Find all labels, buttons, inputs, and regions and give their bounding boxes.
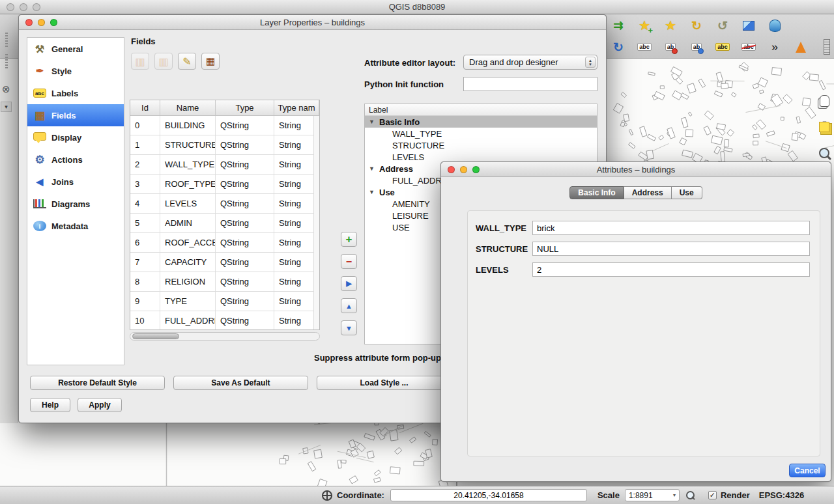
plus-button[interactable]	[341, 232, 357, 247]
scrollbar-thumb[interactable]	[132, 333, 179, 339]
table-row[interactable]: 6ROOF_ACCESQStringString	[130, 233, 319, 253]
sidebar-item-style[interactable]: Style	[27, 60, 124, 82]
table-row[interactable]: 4LEVELSQStringString	[130, 194, 319, 214]
disclosure-triangle-icon[interactable]	[369, 189, 375, 195]
new-column-button[interactable]	[131, 53, 149, 70]
save-as-default-button[interactable]: Save As Default	[173, 376, 308, 390]
highlight-labels-icon[interactable]	[714, 38, 731, 55]
sidebar-item-metadata[interactable]: Metadata	[27, 215, 124, 237]
zoom-window-icon[interactable]	[50, 19, 57, 26]
new-bookmark-icon[interactable]	[636, 17, 653, 34]
sidebar-item-joins[interactable]: Joins	[27, 171, 124, 193]
close-panel-icon[interactable]	[2, 83, 10, 95]
toolbar-drag-handle[interactable]	[5, 54, 8, 68]
toolbar-drag-handle[interactable]	[5, 33, 8, 47]
sticky-note-icon[interactable]	[816, 119, 833, 135]
sidebar-item-fields[interactable]: Fields	[27, 104, 124, 126]
toggle-editing-button[interactable]	[178, 53, 196, 70]
structure-field[interactable]	[532, 242, 810, 256]
dialog-titlebar[interactable]: Layer Properties – buildings	[19, 15, 606, 30]
tab-use[interactable]: Use	[672, 186, 702, 199]
hand-icon[interactable]	[816, 92, 833, 109]
magnifier-icon[interactable]	[685, 490, 697, 501]
cancel-button[interactable]: Cancel	[789, 464, 826, 477]
table-row[interactable]: 0BUILDINGQStringString	[130, 116, 319, 135]
strike-labels-icon[interactable]	[740, 38, 757, 55]
tree-item-basic-info[interactable]: Basic Info	[365, 116, 597, 128]
column-header[interactable]: Type	[216, 100, 274, 115]
close-window-icon[interactable]	[7, 3, 14, 11]
move-feature-icon[interactable]	[610, 17, 627, 34]
refresh-yellow-icon[interactable]	[688, 17, 705, 34]
apply-button[interactable]: Apply	[78, 398, 122, 412]
overflow-chevron-icon[interactable]	[766, 38, 783, 55]
wall-type-field[interactable]	[532, 221, 810, 235]
minimize-window-icon[interactable]	[38, 19, 45, 26]
sidebar-item-actions[interactable]: Actions	[27, 148, 124, 171]
horizontal-scrollbar[interactable]	[130, 332, 320, 341]
ruler-icon[interactable]	[818, 38, 834, 55]
restore-default-style-button[interactable]: Restore Default Style	[30, 376, 165, 390]
cone-icon[interactable]	[792, 38, 809, 55]
help-button[interactable]: Help	[30, 398, 70, 412]
table-cell: String	[274, 214, 319, 232]
delete-column-button[interactable]	[154, 53, 173, 70]
zoom-last-icon[interactable]	[714, 17, 731, 34]
sidebar-item-display[interactable]: Display	[27, 126, 124, 148]
db-manager-icon[interactable]	[766, 17, 783, 34]
levels-field[interactable]	[532, 262, 810, 277]
tree-column-header[interactable]: Label	[365, 104, 597, 116]
zoom-window-icon[interactable]	[472, 166, 480, 173]
minus-button[interactable]	[341, 254, 357, 269]
select-rectangle-icon[interactable]	[740, 17, 757, 34]
arrow-right-button[interactable]	[341, 276, 357, 291]
show-bookmarks-icon[interactable]	[662, 17, 679, 34]
move-label-icon[interactable]	[688, 38, 705, 55]
column-header[interactable]: Name	[160, 100, 216, 115]
table-row[interactable]: 9TYPEQStringString	[130, 292, 319, 311]
redraw-icon[interactable]	[610, 38, 627, 55]
column-header[interactable]: Id	[130, 100, 160, 115]
app-title: QGIS d8b8089	[0, 2, 834, 12]
table-row[interactable]: 10FULL_ADDREQStringString	[130, 311, 319, 330]
load-style-button[interactable]: Load Style ...	[317, 376, 452, 390]
sidebar-item-labels[interactable]: Labels	[27, 82, 124, 104]
tab-address[interactable]: Address	[624, 186, 672, 199]
attribute-editor-layout-select[interactable]: Drag and drop designer	[463, 55, 597, 70]
minimize-window-icon[interactable]	[20, 3, 27, 11]
table-vertical-scrollbar[interactable]	[313, 116, 319, 329]
close-window-icon[interactable]	[25, 19, 33, 26]
table-row[interactable]: 2WALL_TYPEQStringString	[130, 155, 319, 175]
arrow-down-button[interactable]	[341, 320, 357, 335]
collapse-panel-icon[interactable]	[1, 102, 12, 112]
zoom-window-icon[interactable]	[33, 3, 40, 11]
table-row[interactable]: 8RELIGIONQStringString	[130, 272, 319, 292]
close-window-icon[interactable]	[448, 166, 455, 173]
coordinate-input[interactable]	[390, 489, 587, 501]
render-checkbox[interactable]: ✓	[708, 491, 717, 499]
tree-item-wall-type[interactable]: WALL_TYPE	[365, 128, 597, 139]
python-init-input[interactable]	[463, 77, 597, 91]
magnifier-icon[interactable]	[816, 145, 833, 161]
disclosure-triangle-icon[interactable]	[369, 165, 375, 172]
pin-labels-icon[interactable]	[662, 38, 679, 55]
field-calculator-button[interactable]	[201, 53, 220, 70]
labeling-icon[interactable]	[636, 38, 653, 55]
table-row[interactable]: 1STRUCTUREQStringString	[130, 135, 319, 155]
minimize-window-icon[interactable]	[460, 166, 467, 173]
render-toggle[interactable]: ✓ Render	[708, 490, 750, 500]
scale-combo[interactable]: 1:8891	[625, 489, 680, 501]
sidebar-item-general[interactable]: General	[27, 38, 124, 60]
disclosure-triangle-icon[interactable]	[369, 119, 375, 125]
tab-basic-info[interactable]: Basic Info	[569, 186, 624, 199]
table-row[interactable]: 3ROOF_TYPEQStringString	[130, 175, 319, 194]
extent-marker-icon[interactable]	[322, 490, 332, 501]
table-row[interactable]: 5ADMINQStringString	[130, 214, 319, 233]
column-header[interactable]: Type nam	[274, 100, 319, 115]
table-row[interactable]: 7CAPACITYQStringString	[130, 253, 319, 272]
arrow-up-button[interactable]	[341, 298, 357, 313]
epsg-status[interactable]: EPSG:4326	[759, 490, 804, 500]
sidebar-item-diagrams[interactable]: Diagrams	[27, 193, 124, 215]
tree-item-structure[interactable]: STRUCTURE	[365, 139, 597, 151]
dialog-titlebar[interactable]: Attributes – buildings	[441, 162, 831, 177]
